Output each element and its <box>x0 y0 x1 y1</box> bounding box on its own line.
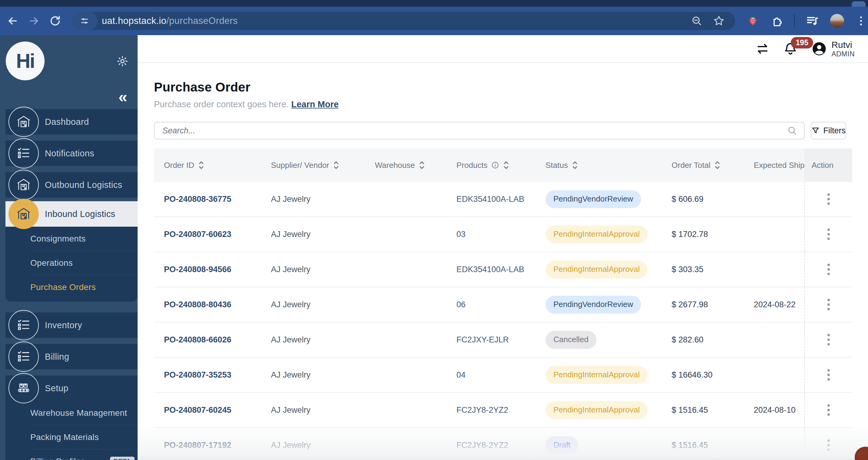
notification-count-badge: 195 <box>791 37 813 49</box>
table-row[interactable]: PO-240808-80436 AJ Jewelry 06 PendingVen… <box>154 287 852 323</box>
column-header-order-total[interactable]: Order Total <box>661 149 744 182</box>
browser-back-button[interactable] <box>4 12 21 29</box>
sidebar-item-setup[interactable]: Setup <box>5 375 137 401</box>
row-actions-cell <box>804 287 852 322</box>
inbound-submenu: Consignments Operations Purchase Orders <box>5 227 137 302</box>
warehouse-icon <box>8 107 39 137</box>
row-actions-cell <box>804 217 852 251</box>
user-avatar-icon <box>811 41 827 57</box>
hopstack-logo[interactable]: Hi <box>6 41 44 80</box>
warehouse-cell <box>365 428 446 460</box>
sidebar-item-billing[interactable]: Billing <box>5 344 137 369</box>
order-id-link[interactable]: PO-240808-94566 <box>154 252 261 287</box>
sidebar-subitem-packing-materials[interactable]: Packing Materials <box>5 425 137 449</box>
settings-gear-icon[interactable] <box>116 55 128 67</box>
warehouse-cell <box>365 252 446 287</box>
strawberry-extension-icon[interactable] <box>746 14 760 28</box>
switch-workspace-icon[interactable] <box>755 42 770 56</box>
row-kebab-menu[interactable] <box>824 190 833 208</box>
address-bar[interactable]: uat.hopstack.io/purchaseOrders <box>71 12 735 30</box>
url-text[interactable]: uat.hopstack.io/purchaseOrders <box>102 16 238 26</box>
row-kebab-menu[interactable] <box>824 436 833 454</box>
status-badge: Cancelled <box>546 331 596 349</box>
table-row[interactable]: PO-240807-60245 AJ Jewelry FC2JY8-2YZ2 P… <box>154 393 852 428</box>
chat-widget-button[interactable] <box>855 447 868 460</box>
order-id-link[interactable]: PO-240808-36775 <box>154 182 261 216</box>
notifications-button[interactable]: 195 <box>783 41 798 56</box>
sidebar-subitem-purchase-orders[interactable]: Purchase Orders <box>5 275 137 299</box>
browser-reload-button[interactable] <box>47 12 64 29</box>
row-kebab-menu[interactable] <box>824 225 833 243</box>
browser-menu-kebab-icon[interactable] <box>855 15 867 27</box>
warehouse-cell <box>365 358 446 392</box>
warehouse-cell <box>365 287 446 322</box>
products-cell: FC2JY8-2YZ2 <box>446 393 535 427</box>
site-settings-bubble[interactable] <box>71 12 98 30</box>
subitem-label: Billing Profiles <box>30 457 85 460</box>
status-badge: Draft <box>546 436 578 454</box>
row-kebab-menu[interactable] <box>824 401 833 419</box>
column-header-status[interactable]: Status <box>535 149 661 182</box>
extensions-puzzle-icon[interactable] <box>770 14 783 27</box>
table-row[interactable]: PO-240807-35253 AJ Jewelry 04 PendingInt… <box>154 358 852 393</box>
column-header-action: Action <box>804 149 852 182</box>
table-row[interactable]: PO-240807-60623 AJ Jewelry 03 PendingInt… <box>154 217 852 252</box>
column-label: Products <box>457 161 488 170</box>
table-row[interactable]: PO-240808-66026 AJ Jewelry FC2JXY-EJLR C… <box>154 323 852 358</box>
sidebar-item-dashboard[interactable]: Dashboard <box>5 109 137 134</box>
status-cell: PendingInternalApproval <box>535 217 661 251</box>
expected-ship-cell <box>744 182 804 216</box>
subitem-label: Packing Materials <box>30 432 99 442</box>
sidebar-item-label: Notifications <box>45 149 94 158</box>
status-cell: PendingInternalApproval <box>535 252 661 287</box>
order-id-link[interactable]: PO-240807-60623 <box>154 217 261 251</box>
checklist-icon <box>8 310 39 340</box>
sidebar-item-outbound-logistics[interactable]: Outbound Logistics <box>5 172 137 197</box>
row-kebab-menu[interactable] <box>824 260 833 278</box>
order-id-link[interactable]: PO-240807-17192 <box>154 428 261 460</box>
sort-icon <box>333 161 339 170</box>
sort-icon <box>571 161 578 170</box>
sidebar-subitem-operations[interactable]: Operations <box>5 251 137 275</box>
order-id-link[interactable]: PO-240807-60245 <box>154 393 261 427</box>
zoom-out-icon[interactable] <box>691 15 703 27</box>
browser-profile-avatar[interactable] <box>830 14 844 28</box>
table-row[interactable]: PO-240807-17192 AJ Jewelry FC2JY8-2YZ2 D… <box>154 428 852 460</box>
learn-more-link[interactable]: Learn More <box>291 99 339 109</box>
media-playlist-icon[interactable] <box>806 14 819 28</box>
order-id-link[interactable]: PO-240808-80436 <box>154 287 261 322</box>
row-kebab-menu[interactable] <box>824 366 833 384</box>
sidebar-subitem-billing-profiles[interactable]: Billing Profiles BETA <box>5 450 137 460</box>
sidebar-item-inventory[interactable]: Inventory <box>5 312 137 338</box>
column-header-supplier[interactable]: Supplier/ Vendor <box>261 149 365 182</box>
warehouse-cell <box>365 323 446 357</box>
user-menu[interactable]: Rutvi ADMIN <box>811 40 855 58</box>
table-row[interactable]: PO-240808-36775 AJ Jewelry EDK354100A-LA… <box>154 182 852 217</box>
order-id-link[interactable]: PO-240808-66026 <box>154 323 261 357</box>
order-total-cell: $ 303.35 <box>661 252 744 287</box>
column-header-warehouse[interactable]: Warehouse <box>365 149 446 182</box>
expected-ship-cell <box>744 217 804 251</box>
sidebar-item-notifications[interactable]: Notifications <box>5 141 137 166</box>
order-id-link[interactable]: PO-240807-35253 <box>154 358 261 392</box>
row-kebab-menu[interactable] <box>824 331 833 348</box>
column-header-products[interactable]: Products <box>446 149 535 182</box>
sidebar-subitem-warehouse-management[interactable]: Warehouse Management <box>5 401 137 425</box>
row-kebab-menu[interactable] <box>824 296 833 313</box>
warehouse-icon-active <box>8 199 39 229</box>
browser-forward-button[interactable] <box>26 12 42 29</box>
sidebar-collapse-button[interactable]: « <box>119 89 127 105</box>
browser-toolbar: uat.hopstack.io/purchaseOrders <box>0 7 868 35</box>
bookmark-star-icon[interactable] <box>713 15 725 27</box>
products-cell: FC2JY8-2YZ2 <box>446 428 535 460</box>
setup-submenu: Warehouse Management Packing Materials B… <box>5 401 137 460</box>
sidebar-item-inbound-logistics[interactable]: Inbound Logistics <box>5 201 137 227</box>
table-row[interactable]: PO-240808-94566 AJ Jewelry EDK354100A-LA… <box>154 252 852 287</box>
reload-icon <box>49 15 61 27</box>
sidebar-subitem-consignments[interactable]: Consignments <box>5 227 137 251</box>
column-header-order-id[interactable]: Order ID <box>154 149 261 182</box>
warehouse-cell <box>365 182 446 216</box>
search-input[interactable] <box>155 126 787 135</box>
filters-button[interactable]: Filters <box>811 122 846 140</box>
order-total-cell: $ 16646.30 <box>661 358 744 392</box>
